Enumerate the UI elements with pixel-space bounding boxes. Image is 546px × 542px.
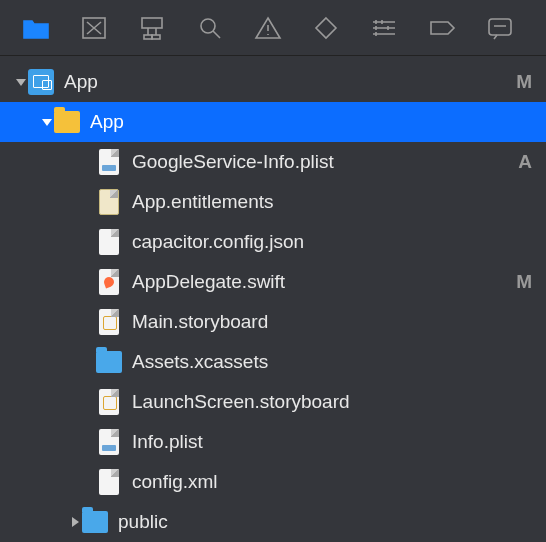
svg-rect-1 <box>142 18 162 28</box>
svg-marker-6 <box>16 79 26 86</box>
file-item[interactable]: Main.storyboard <box>0 302 546 342</box>
issue-navigator-icon[interactable] <box>240 0 296 56</box>
file-item[interactable]: AppDelegate.swift M <box>0 262 546 302</box>
project-navigator-icon[interactable] <box>8 0 64 56</box>
file-label: Assets.xcassets <box>132 351 508 373</box>
svg-rect-3 <box>152 35 160 39</box>
report-navigator-icon[interactable] <box>472 0 528 56</box>
debug-navigator-icon[interactable] <box>356 0 412 56</box>
xml-file-icon <box>96 467 122 497</box>
file-label: LaunchScreen.storyboard <box>132 391 508 413</box>
svg-point-4 <box>201 19 215 33</box>
source-control-icon[interactable] <box>66 0 122 56</box>
svg-rect-2 <box>144 35 152 39</box>
file-label: config.xml <box>132 471 508 493</box>
file-item[interactable]: Assets.xcassets <box>0 342 546 382</box>
file-item[interactable]: LaunchScreen.storyboard <box>0 382 546 422</box>
status-badge: M <box>508 71 532 93</box>
chevron-right-icon[interactable] <box>68 515 82 529</box>
chevron-down-icon[interactable] <box>40 115 54 129</box>
project-icon <box>28 67 54 97</box>
plist-file-icon <box>96 427 122 457</box>
test-navigator-icon[interactable] <box>298 0 354 56</box>
project-label: App <box>64 71 508 93</box>
file-label: Main.storyboard <box>132 311 508 333</box>
file-label: GoogleService-Info.plist <box>132 151 508 173</box>
json-file-icon <box>96 227 122 257</box>
status-badge: M <box>508 271 532 293</box>
file-label: AppDelegate.swift <box>132 271 508 293</box>
project-root[interactable]: App M <box>0 62 546 102</box>
plist-file-icon <box>96 147 122 177</box>
file-label: App.entitlements <box>132 191 508 213</box>
file-item[interactable]: GoogleService-Info.plist A <box>0 142 546 182</box>
file-item[interactable]: App.entitlements <box>0 182 546 222</box>
svg-rect-5 <box>489 19 511 35</box>
storyboard-file-icon <box>96 307 122 337</box>
swift-file-icon <box>96 267 122 297</box>
entitlements-file-icon <box>96 187 122 217</box>
status-badge: A <box>508 151 532 173</box>
navigator-toolbar <box>0 0 546 56</box>
folder-icon <box>82 507 108 537</box>
file-item[interactable]: config.xml <box>0 462 546 502</box>
chevron-down-icon[interactable] <box>14 75 28 89</box>
app-folder[interactable]: App <box>0 102 546 142</box>
svg-marker-7 <box>42 119 52 126</box>
storyboard-file-icon <box>96 387 122 417</box>
file-label: Info.plist <box>132 431 508 453</box>
symbol-navigator-icon[interactable] <box>124 0 180 56</box>
project-tree: App M App GoogleService-Info.plist A App… <box>0 56 546 542</box>
svg-marker-8 <box>72 517 79 527</box>
file-label: capacitor.config.json <box>132 231 508 253</box>
xcassets-folder-icon <box>96 347 122 377</box>
file-item[interactable]: Info.plist <box>0 422 546 462</box>
folder-label: public <box>118 511 508 533</box>
folder-label: App <box>90 111 508 133</box>
breakpoint-navigator-icon[interactable] <box>414 0 470 56</box>
file-item[interactable]: capacitor.config.json <box>0 222 546 262</box>
public-folder[interactable]: public <box>0 502 546 542</box>
folder-icon <box>54 107 80 137</box>
find-navigator-icon[interactable] <box>182 0 238 56</box>
